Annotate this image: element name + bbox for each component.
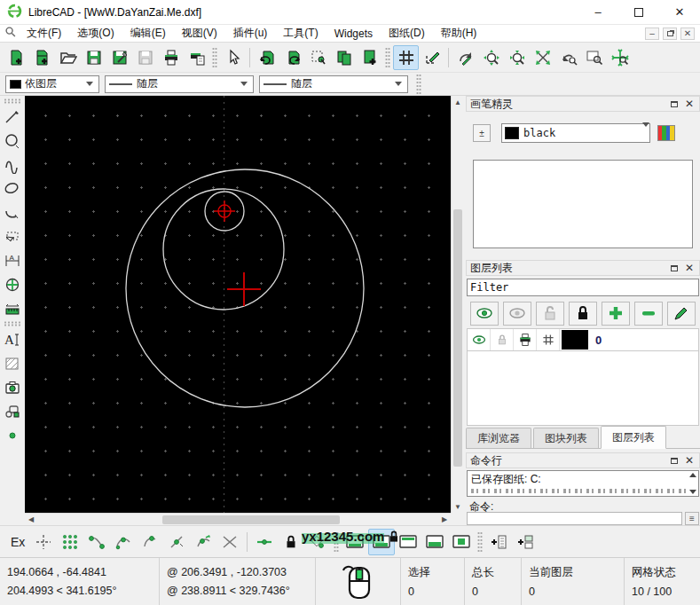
dock-close-icon[interactable]: ✕: [685, 263, 694, 273]
snap-distance-button[interactable]: [190, 529, 216, 555]
dock-toggle-full-button[interactable]: [421, 529, 448, 555]
snap-center-button[interactable]: [137, 529, 163, 555]
window-maximize-button[interactable]: [618, 0, 659, 24]
dock-toggle-top-button[interactable]: [395, 529, 421, 555]
print-preview-button[interactable]: [184, 45, 209, 70]
scroll-up-arrow-icon[interactable]: [689, 473, 696, 477]
mdi-minimize-button[interactable]: –: [645, 28, 659, 40]
menu-file[interactable]: 文件(F): [19, 24, 69, 43]
menu-view[interactable]: 视图(V): [174, 24, 225, 43]
layer-list-empty-area[interactable]: [467, 351, 699, 426]
lock-relative-zero-button[interactable]: [278, 529, 304, 555]
exclusive-snap-label[interactable]: Ex: [5, 535, 30, 549]
layer-lock-icon[interactable]: [491, 329, 514, 350]
dock-float-icon[interactable]: [671, 265, 678, 271]
snap-middle-button[interactable]: [163, 529, 190, 555]
command-history[interactable]: 已保存图纸: C:: [467, 470, 699, 497]
select-pointer-button[interactable]: [220, 45, 246, 70]
paste-button[interactable]: [357, 45, 382, 70]
layer-filter-input[interactable]: [467, 279, 699, 296]
zoom-pan-button[interactable]: [607, 45, 633, 70]
drawing-canvas[interactable]: [25, 96, 451, 513]
print-button[interactable]: [158, 45, 184, 70]
pen-palette-spin-button[interactable]: ±: [473, 124, 491, 142]
show-all-layers-button[interactable]: [470, 302, 499, 326]
add-options-widget-button[interactable]: [512, 529, 539, 555]
text-tool-button[interactable]: A: [1, 327, 24, 351]
grid-toggle-button[interactable]: [393, 45, 419, 70]
new-from-template-button[interactable]: [29, 45, 55, 70]
window-minimize-button[interactable]: –: [578, 0, 618, 24]
lock-all-layers-button[interactable]: [569, 302, 597, 326]
menu-plugins[interactable]: 插件(u): [225, 24, 276, 43]
point-tool-button[interactable]: [1, 423, 24, 447]
vertical-scroll-thumb[interactable]: [453, 209, 462, 467]
layer-name[interactable]: 0: [590, 334, 602, 347]
dock-float-icon[interactable]: [671, 101, 678, 107]
window-close-button[interactable]: ✕: [659, 0, 700, 24]
menu-help[interactable]: 帮助(H): [433, 24, 485, 43]
zoom-auto-button[interactable]: [530, 45, 555, 70]
save-as-button[interactable]: [106, 45, 132, 70]
menu-options[interactable]: 选项(O): [69, 24, 122, 43]
horizontal-scroll-thumb[interactable]: [162, 515, 340, 524]
set-relative-zero-button[interactable]: [304, 529, 331, 555]
pen-palette-color-combo[interactable]: black: [501, 123, 650, 143]
measure-tool-button[interactable]: [1, 296, 24, 320]
dimension-tool-button[interactable]: A: [1, 248, 24, 272]
dock-toggle-center-button[interactable]: [448, 529, 475, 555]
zoom-in-button[interactable]: [478, 45, 504, 70]
dock-toggle-bottom-button[interactable]: [368, 529, 395, 555]
arc-tool-button[interactable]: [1, 200, 24, 224]
hide-all-layers-button[interactable]: [503, 302, 531, 326]
unlock-all-layers-button[interactable]: [536, 302, 564, 326]
tab-library-browser[interactable]: 库浏览器: [466, 428, 531, 448]
scroll-down-arrow-icon[interactable]: ▼: [452, 500, 464, 513]
cut-button[interactable]: [305, 45, 331, 70]
command-history-scroll[interactable]: [687, 471, 698, 496]
layer-print-icon[interactable]: [514, 329, 537, 350]
select-region-tool-button[interactable]: [1, 224, 24, 248]
menu-drawings[interactable]: 图纸(D): [381, 24, 433, 43]
menu-tools[interactable]: 工具(T): [275, 24, 326, 43]
ellipse-tool-button[interactable]: [1, 177, 24, 200]
redraw-button[interactable]: [452, 45, 478, 70]
redo-button[interactable]: [279, 45, 305, 70]
vertical-scrollbar[interactable]: ▲ ▼: [451, 96, 463, 513]
layer-visible-icon[interactable]: [468, 329, 491, 350]
zoom-previous-button[interactable]: [555, 45, 581, 70]
color-palette-button[interactable]: [657, 125, 675, 141]
snap-endpoint-button[interactable]: [83, 529, 110, 555]
undo-button[interactable]: [254, 45, 279, 70]
block-tool-button[interactable]: [1, 399, 24, 423]
snap-grid-button[interactable]: [57, 529, 83, 555]
layer-row-0[interactable]: 0: [467, 328, 699, 351]
add-layer-button[interactable]: [602, 302, 630, 326]
line-tool-button[interactable]: [1, 105, 24, 129]
pen-linetype-combo[interactable]: 随层: [259, 75, 408, 93]
remove-layer-button[interactable]: [634, 302, 663, 326]
mdi-restore-button[interactable]: [663, 28, 677, 40]
open-file-button[interactable]: [55, 45, 81, 70]
layer-construction-icon[interactable]: [537, 329, 560, 350]
scroll-right-arrow-icon[interactable]: ▶: [438, 514, 451, 526]
hatch-tool-button[interactable]: [1, 351, 24, 375]
zoom-out-button[interactable]: [504, 45, 530, 70]
pen-width-combo[interactable]: 随层: [105, 75, 254, 93]
tab-layer-list[interactable]: 图层列表: [601, 426, 666, 449]
horizontal-scrollbar[interactable]: ◀ ▶: [25, 513, 451, 525]
edit-layer-button[interactable]: [667, 302, 696, 326]
restrict-horizontal-button[interactable]: [251, 529, 278, 555]
scroll-left-arrow-icon[interactable]: ◀: [25, 514, 37, 526]
pen-color-combo[interactable]: 依图层: [5, 75, 99, 93]
mdi-close-button[interactable]: ✕: [680, 28, 695, 40]
command-options-button[interactable]: ≡: [685, 512, 699, 525]
scroll-up-arrow-icon[interactable]: ▲: [452, 96, 464, 108]
layer-color-swatch[interactable]: [562, 330, 588, 350]
snap-entity-button[interactable]: [110, 529, 137, 555]
copy-button[interactable]: [331, 45, 357, 70]
modify-move-tool-button[interactable]: [1, 272, 24, 296]
dock-close-icon[interactable]: ✕: [685, 455, 694, 466]
snap-free-button[interactable]: [30, 529, 57, 555]
new-file-button[interactable]: [4, 45, 29, 70]
